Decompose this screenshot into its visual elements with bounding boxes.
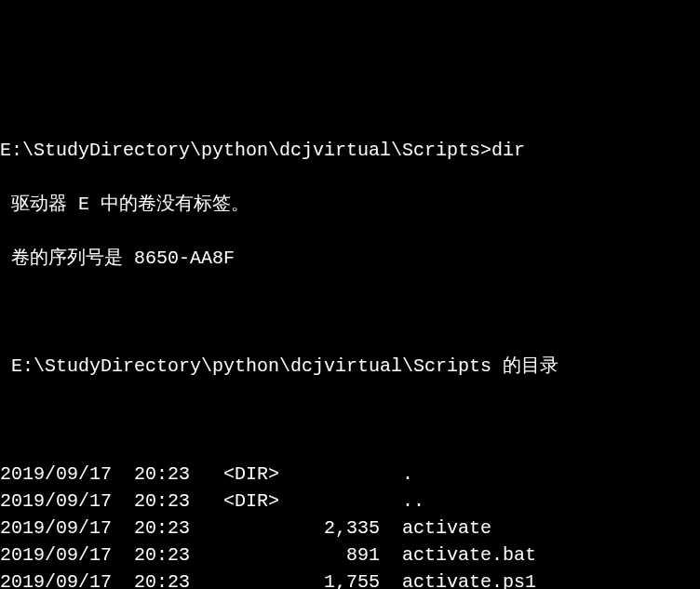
prompt-cmd: dir xyxy=(491,140,525,161)
listing-row: 2019/09/17 20:23 891 activate.bat xyxy=(0,542,700,569)
prompt-path: E:\StudyDirectory\python\dcjvirtual\Scri… xyxy=(0,140,491,161)
blank-line xyxy=(0,299,700,326)
listing-row: 2019/09/17 20:23 1,755 activate.ps1 xyxy=(0,569,700,589)
serial-line: 卷的序列号是 8650-AA8F xyxy=(0,245,700,272)
listing-row: 2019/09/17 20:23 <DIR> . xyxy=(0,461,700,488)
terminal-output: E:\StudyDirectory\python\dcjvirtual\Scri… xyxy=(0,108,700,589)
directory-of-line: E:\StudyDirectory\python\dcjvirtual\Scri… xyxy=(0,353,700,380)
blank-line xyxy=(0,407,700,434)
volume-line: 驱动器 E 中的卷没有标签。 xyxy=(0,191,700,218)
listing-row: 2019/09/17 20:23 2,335 activate xyxy=(0,515,700,542)
file-listing: 2019/09/17 20:23 <DIR> .2019/09/17 20:23… xyxy=(0,461,700,589)
prompt-line[interactable]: E:\StudyDirectory\python\dcjvirtual\Scri… xyxy=(0,137,700,164)
listing-row: 2019/09/17 20:23 <DIR> .. xyxy=(0,488,700,515)
